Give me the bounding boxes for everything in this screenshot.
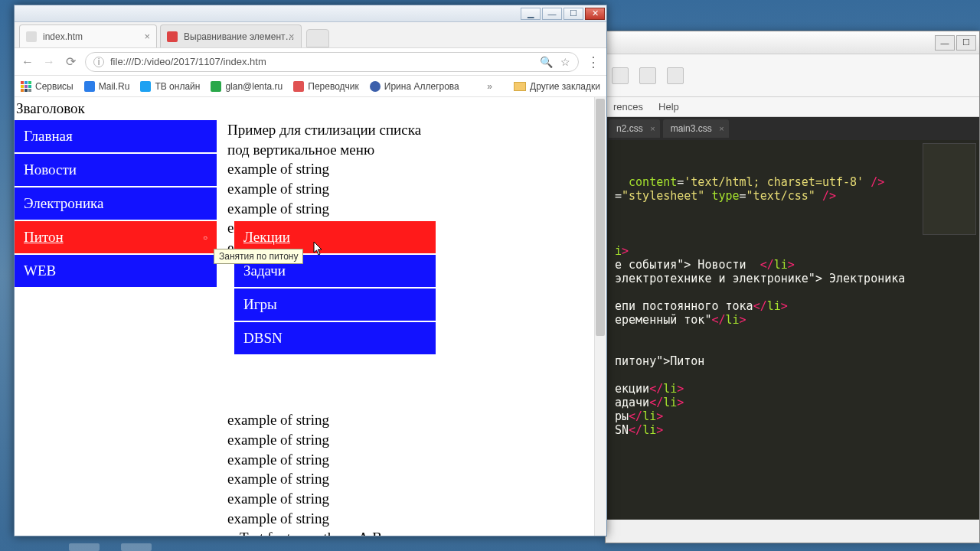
apps-icon — [21, 81, 31, 92]
browser-viewport: Зваголовок ГлавнаяНовостиЭлектроникаПито… — [15, 97, 606, 536]
menu-item-label: Питон — [24, 229, 64, 245]
mouse-cursor-icon — [313, 241, 324, 256]
bookmark-label: glan@lenta.ru — [225, 81, 283, 92]
editor-code-area[interactable]: content='text/html; charset=utf-8' /> ="… — [606, 140, 979, 520]
content-line: example of string — [227, 199, 442, 219]
scrollbar-thumb[interactable] — [596, 99, 605, 336]
window-maximize-button[interactable]: ☐ — [564, 8, 583, 20]
editor-window: — ☐ rences Help n2.css × main3.css × con… — [605, 31, 980, 543]
other-bookmarks[interactable]: Другие закладки — [514, 81, 600, 92]
menu-item[interactable]: Новости — [15, 154, 217, 187]
close-icon[interactable]: × — [650, 124, 655, 133]
bookmark-label: Ирина Аллегрова — [384, 81, 459, 92]
bookmark-label: ТВ онлайн — [155, 81, 200, 92]
content-line: example of string — [227, 430, 442, 450]
menu-item-label: Главная — [24, 128, 73, 144]
bookmark-overflow-icon[interactable]: » — [487, 81, 492, 92]
close-icon[interactable]: × — [289, 31, 295, 42]
content-heading: Пример для стилизации списка под вертика… — [227, 120, 442, 159]
content-line: example of string — [227, 450, 442, 470]
editor-tab-label: main3.css — [671, 123, 712, 134]
submenu-item-label: Задачи — [243, 262, 286, 279]
info-icon[interactable]: i — [93, 57, 104, 67]
submenu-item-label: DBSN — [243, 330, 283, 346]
content-line: example of string — [227, 179, 442, 199]
submenu-item-label: Игры — [243, 296, 277, 312]
browser-tab-label: index.htm — [43, 31, 83, 42]
menu-item-label: Электроника — [24, 195, 103, 211]
submenu-item[interactable]: DBSN — [234, 322, 436, 356]
toolbar-icon[interactable] — [612, 67, 629, 84]
favicon-icon — [26, 31, 37, 42]
favicon-icon — [167, 31, 178, 42]
scrollbar-track[interactable] — [594, 97, 606, 536]
bookmark-item[interactable]: glan@lenta.ru — [211, 81, 283, 92]
menu-item[interactable]: WEB — [15, 255, 217, 289]
bookmark-icon — [211, 81, 221, 92]
close-icon[interactable]: × — [144, 31, 150, 42]
editor-minimap[interactable] — [923, 143, 976, 235]
content-line: example of string — [227, 509, 442, 529]
editor-menu-item[interactable]: rences — [613, 101, 643, 112]
browser-titlebar: ▁ — ☐ ✕ — [15, 5, 606, 22]
browser-tab-label: Выравнивание элемент… — [184, 31, 295, 42]
close-icon[interactable]: × — [719, 124, 724, 133]
submenu-item-label: Лекции — [243, 229, 290, 245]
window-hide-button[interactable]: ▁ — [521, 8, 541, 20]
tooltip: Занятия по питону — [214, 249, 303, 264]
window-minimize-button[interactable]: — — [542, 8, 562, 20]
browser-toolbar: ← → ⟳ i file:///D:/video/2017/1107/index… — [15, 48, 606, 76]
editor-tab-label: n2.css — [616, 123, 643, 134]
content-line: example of string — [227, 489, 442, 509]
folder-icon — [514, 82, 526, 91]
vertical-menu: ГлавнаяНовостиЭлектроникаПитонWEB — [15, 120, 217, 536]
editor-menu-item[interactable]: Help — [658, 101, 679, 112]
page-title: Зваголовок — [15, 97, 606, 120]
bookmark-label: Переводчик — [308, 81, 359, 92]
bookmark-icon — [370, 81, 381, 92]
browser-tab[interactable]: Выравнивание элемент… × — [160, 24, 302, 47]
browser-tab-strip: index.htm × Выравнивание элемент… × — [15, 22, 606, 48]
menu-item[interactable]: Электроника — [15, 187, 217, 221]
bookmark-item[interactable]: ТВ онлайн — [140, 81, 200, 92]
content-line: example of string — [227, 410, 442, 430]
editor-tab-strip: n2.css × main3.css × — [606, 117, 979, 140]
zoom-icon[interactable]: 🔍 — [540, 56, 553, 68]
bookmark-icon — [140, 81, 151, 92]
bookmark-item[interactable]: Ирина Аллегрова — [370, 81, 459, 92]
submenu: ЛекцииЗадачиИгрыDBSN — [234, 221, 436, 356]
content-line: example of string — [227, 159, 442, 179]
bookmark-label: Сервисы — [35, 81, 74, 92]
editor-minimize-button[interactable]: — — [935, 35, 955, 51]
editor-tab[interactable]: n2.css × — [609, 119, 660, 138]
star-icon[interactable]: ☆ — [560, 56, 570, 68]
browser-window: ▁ — ☐ ✕ index.htm × Выравнивание элемент… — [14, 5, 607, 536]
menu-item[interactable]: Главная — [15, 120, 217, 154]
bookmark-icon — [293, 81, 304, 92]
bookmark-item[interactable]: Mail.Ru — [84, 81, 130, 92]
browser-tab[interactable]: index.htm × — [19, 24, 157, 47]
bookmarks-bar: Сервисы Mail.Ru ТВ онлайн glan@lenta.ru … — [15, 76, 606, 97]
browser-menu-icon[interactable]: ⋮ — [586, 54, 600, 70]
menu-item-label: Новости — [24, 161, 77, 178]
forward-icon[interactable]: → — [42, 55, 56, 69]
window-close-button[interactable]: ✕ — [585, 8, 605, 20]
bookmark-item[interactable]: Переводчик — [293, 81, 359, 92]
menu-item[interactable]: Питон — [15, 221, 217, 255]
editor-tab[interactable]: main3.css × — [663, 119, 729, 138]
menu-item-label: WEB — [24, 262, 56, 279]
taskbar-fragment — [69, 543, 152, 551]
apps-button[interactable]: Сервисы — [21, 81, 74, 92]
reload-icon[interactable]: ⟳ — [64, 54, 77, 69]
toolbar-icon[interactable] — [667, 67, 684, 84]
editor-menu-bar: rences Help — [606, 97, 979, 117]
bookmark-label: Mail.Ru — [99, 81, 130, 92]
toolbar-icon[interactable] — [639, 67, 656, 84]
back-icon[interactable]: ← — [21, 55, 34, 69]
address-bar[interactable]: i file:///D:/video/2017/1107/index.htm 🔍… — [85, 52, 579, 72]
bookmark-icon — [84, 81, 95, 92]
editor-maximize-button[interactable]: ☐ — [956, 35, 976, 51]
submenu-item[interactable]: Игры — [234, 289, 436, 322]
new-tab-button[interactable] — [306, 29, 329, 47]
editor-toolbar — [606, 54, 979, 97]
